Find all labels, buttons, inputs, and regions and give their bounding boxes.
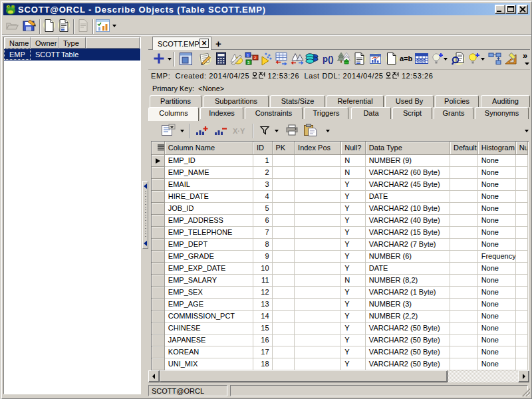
svg-text:X·Y: X·Y [233, 127, 245, 135]
svg-text:p(): p() [323, 54, 334, 64]
svg-text:a=b: a=b [400, 55, 413, 63]
svg-text:»: » [523, 51, 527, 61]
